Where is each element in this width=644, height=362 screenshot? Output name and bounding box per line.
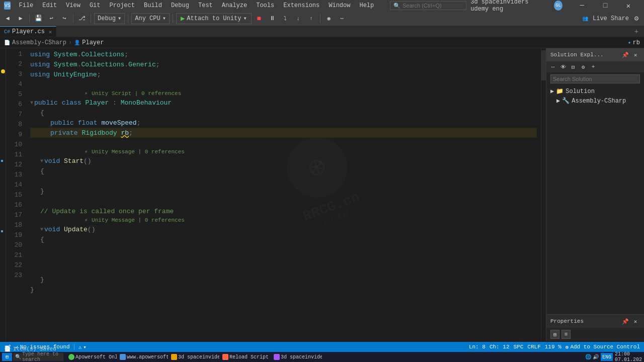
breadcrumb-assembly[interactable]: Assembly-CSharp <box>12 39 66 46</box>
collapse-update[interactable]: ▼ <box>40 227 43 232</box>
assembly-label: Assembly-CSharp <box>572 98 626 105</box>
solution-item[interactable]: ▶ 📁 Solution <box>546 86 644 96</box>
menu-test[interactable]: Test <box>194 1 217 10</box>
taskbar-item-2[interactable]: www.apowersoft.c... <box>118 353 168 361</box>
pause-button[interactable]: ⏸ <box>267 13 278 24</box>
menu-edit[interactable]: Edit <box>38 1 61 10</box>
panel-close-button[interactable]: ✕ <box>631 50 640 59</box>
assembly-item[interactable]: ▶ 🔧 Assembly-CSharp <box>546 96 644 106</box>
minimize-button[interactable]: ─ <box>571 0 594 11</box>
more-buttons[interactable]: ⋯ <box>337 13 348 24</box>
menu-debug[interactable]: Debug <box>167 1 193 10</box>
undo-button[interactable]: ↩ <box>46 13 57 24</box>
sol-properties-button[interactable]: ⚙ <box>579 62 588 71</box>
language-indicator[interactable]: ENG <box>601 353 613 361</box>
line-num-18: 18 <box>6 220 22 230</box>
prop-sort-button[interactable]: ⊞ <box>550 330 559 339</box>
tab-close-button[interactable]: ✕ <box>49 29 52 35</box>
menu-file[interactable]: File <box>15 1 37 10</box>
hint-unity-message-start: Unity Message | 0 references <box>92 149 185 155</box>
step-over-button[interactable]: ⤵ <box>280 13 291 24</box>
taskbar-search-placeholder: Type here to search <box>22 351 61 362</box>
menu-analyze[interactable]: Analyze <box>218 1 251 10</box>
taskbar-item-1[interactable]: Apowersoft Online ... <box>66 353 117 361</box>
step-out-button[interactable]: ↑ <box>306 13 317 24</box>
line-num-6: 6 <box>6 100 22 110</box>
prop-close-button[interactable]: ✕ <box>631 317 640 326</box>
editor-scrollbar[interactable] <box>541 48 546 341</box>
sol-icon: 📁 <box>556 87 564 95</box>
panel-pin-button[interactable]: 📌 <box>621 50 630 59</box>
taskbar-item-5[interactable]: 3d spaceinviders u... <box>272 353 322 361</box>
properties-title: Properties <box>550 318 584 324</box>
properties-tools: ⊞ ≡ <box>546 328 644 341</box>
platform-dropdown[interactable]: Any CPU ▾ <box>131 13 170 24</box>
menu-extensions[interactable]: Extensions <box>279 1 324 10</box>
menu-window[interactable]: Window <box>325 1 354 10</box>
code-line-5: ▼ public class Player : MonoBehaviour <box>30 98 537 108</box>
search-box[interactable]: 🔍 <box>390 1 466 10</box>
maximize-button[interactable]: □ <box>594 0 617 11</box>
breakpoint-button[interactable]: ◉ <box>324 13 335 24</box>
code-editor[interactable]: using System.Collections; using System.C… <box>26 48 541 341</box>
code-line-19 <box>30 254 537 264</box>
status-add-source[interactable]: ⊕ Add to Source Control <box>566 344 640 350</box>
status-crlf[interactable]: CRLF <box>527 344 540 350</box>
new-tab-button[interactable]: + <box>631 26 642 37</box>
live-share-label[interactable]: Live Share <box>593 15 629 22</box>
forward-button[interactable]: ▶ <box>15 13 26 24</box>
prop-list-button[interactable]: ≡ <box>561 330 571 339</box>
windows-start-button[interactable]: ⊞ <box>2 353 12 361</box>
taskbar-item-3[interactable]: 3d spaceinviders u... <box>169 353 219 361</box>
sol-collapse-button[interactable]: ⊟ <box>569 62 578 71</box>
hint-unity-message-update: Unity Message | 0 references <box>92 217 185 223</box>
collapse-start[interactable]: ▼ <box>40 158 43 164</box>
git-button[interactable]: ⎇ <box>76 13 88 24</box>
menu-help[interactable]: Help <box>355 1 378 10</box>
menu-project[interactable]: Project <box>106 1 139 10</box>
attach-to-unity-button[interactable]: ▶ Attach to Unity ▾ <box>176 13 252 24</box>
line-num-8: 8 <box>6 120 22 130</box>
solution-tree: ▶ 📁 Solution ▶ 🔧 Assembly-CSharp <box>546 85 644 107</box>
back-button[interactable]: ◀ <box>2 13 13 24</box>
sol-add-button[interactable]: + <box>589 62 598 71</box>
code-line-22: } <box>30 285 537 295</box>
collapse-class[interactable]: ▼ <box>30 100 33 106</box>
menu-view[interactable]: View <box>62 1 85 10</box>
platform-label: Any CPU <box>135 15 160 22</box>
prop-pin-button[interactable]: 📌 <box>621 317 630 326</box>
line-num-19: 19 <box>6 230 22 240</box>
separator2 <box>73 14 73 23</box>
step-into-button[interactable]: ↓ <box>293 13 304 24</box>
breadcrumb-class[interactable]: Player <box>82 39 104 46</box>
stop-button[interactable]: ■ <box>254 13 265 24</box>
status-spc: SPC <box>514 344 524 350</box>
menu-build[interactable]: Build <box>140 1 166 10</box>
code-line-16: ▼ void Update() <box>30 224 537 234</box>
menu-git[interactable]: Git <box>86 1 105 10</box>
taskbar-icon-2 <box>120 354 126 360</box>
line-num-10: 10 <box>6 140 22 150</box>
close-button[interactable]: ✕ <box>617 0 640 11</box>
menu-tools[interactable]: Tools <box>252 1 278 10</box>
breadcrumb-member-icon: ⬥ <box>628 40 631 45</box>
breadcrumb-member[interactable]: rb <box>633 39 640 46</box>
solution-explorer-title: Solution Expl... <box>550 52 604 58</box>
tab-player-cs[interactable]: C# Player.cs ✕ <box>0 26 56 37</box>
taskbar-search[interactable]: 🔍 Type here to search <box>13 353 63 361</box>
save-button[interactable]: 💾 <box>33 13 44 24</box>
status-warnings[interactable]: ⚠ ▾ <box>78 344 87 350</box>
sol-show-all-button[interactable]: 👁 <box>558 62 568 71</box>
taskbar-icon-3 <box>171 354 177 360</box>
solution-search-input[interactable] <box>550 74 640 83</box>
redo-button[interactable]: ↪ <box>59 13 70 24</box>
sol-sync-button[interactable]: ↔ <box>548 62 557 71</box>
tab-icon: C# <box>4 29 10 35</box>
warning-count: ▾ <box>83 344 87 350</box>
code-line-20 <box>30 264 537 275</box>
debug-config-dropdown[interactable]: Debug ▾ <box>94 13 125 24</box>
search-input[interactable] <box>403 3 463 9</box>
scope-indicator-12 <box>1 160 3 162</box>
taskbar-item-4[interactable]: Reload Script Asse... <box>220 353 271 361</box>
settings-icon[interactable]: ⚙ <box>631 13 642 24</box>
